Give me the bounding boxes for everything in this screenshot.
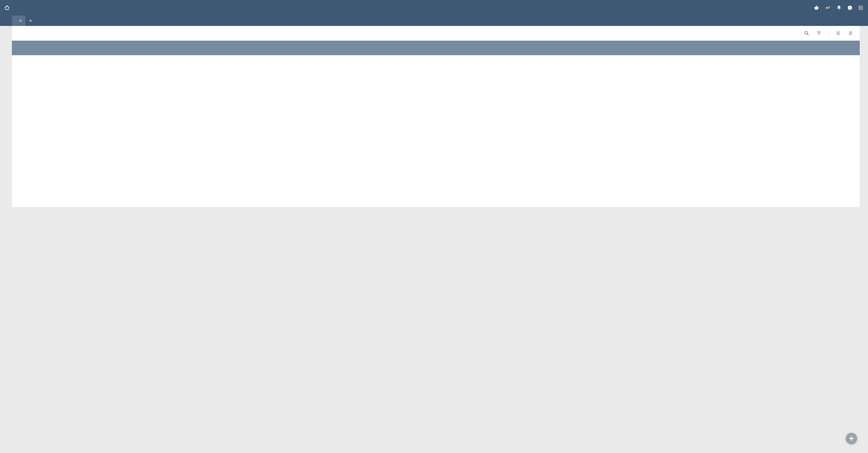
toolbar xyxy=(804,30,854,37)
svg-rect-4 xyxy=(860,6,861,7)
tab-add[interactable] xyxy=(25,16,36,26)
topbar xyxy=(0,0,868,16)
home-icon xyxy=(4,5,10,11)
filter-tool[interactable] xyxy=(816,31,823,36)
svg-rect-11 xyxy=(862,9,863,9)
svg-rect-8 xyxy=(862,7,863,8)
close-icon[interactable] xyxy=(19,19,22,23)
tab-object-tree[interactable] xyxy=(12,16,25,26)
info-icon[interactable] xyxy=(847,5,852,10)
svg-point-12 xyxy=(805,31,808,34)
svg-rect-7 xyxy=(860,7,861,8)
add-fab[interactable] xyxy=(846,433,857,444)
activity-icon[interactable] xyxy=(825,5,831,11)
panel-header xyxy=(12,26,860,41)
svg-rect-9 xyxy=(859,9,860,9)
basket-icon[interactable] xyxy=(814,5,819,11)
table-header xyxy=(12,41,860,55)
tabstrip xyxy=(0,16,868,26)
svg-rect-6 xyxy=(859,7,860,8)
types-tool[interactable] xyxy=(835,31,842,36)
svg-rect-2 xyxy=(849,6,850,7)
brand[interactable] xyxy=(4,5,12,11)
svg-rect-5 xyxy=(862,6,863,7)
svg-rect-3 xyxy=(859,6,860,7)
apps-icon[interactable] xyxy=(858,5,863,10)
search-id-tool[interactable] xyxy=(804,31,810,36)
panel xyxy=(12,26,860,207)
svg-rect-10 xyxy=(860,9,861,9)
bell-icon[interactable] xyxy=(836,5,842,11)
svg-rect-1 xyxy=(849,7,850,9)
columns-tool[interactable] xyxy=(848,31,854,36)
top-actions xyxy=(814,5,863,11)
toolbar-divider xyxy=(829,30,829,37)
workspace xyxy=(0,26,868,453)
